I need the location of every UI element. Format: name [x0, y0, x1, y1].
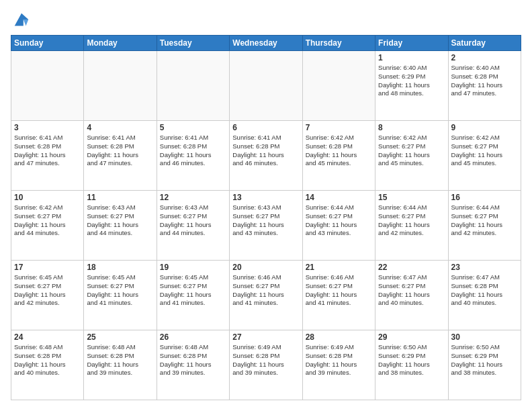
day-number: 16: [451, 193, 518, 202]
calendar-cell: 9Sunrise: 6:42 AM Sunset: 6:27 PM Daylig…: [448, 121, 521, 191]
day-number: 21: [306, 263, 372, 272]
calendar-cell: 6Sunrise: 6:41 AM Sunset: 6:28 PM Daylig…: [230, 121, 302, 191]
logo: [11, 11, 31, 30]
calendar-cell: 3Sunrise: 6:41 AM Sunset: 6:28 PM Daylig…: [11, 121, 84, 191]
header: [11, 11, 521, 30]
calendar-cell: 11Sunrise: 6:43 AM Sunset: 6:27 PM Dayli…: [84, 191, 157, 261]
calendar-header-row: SundayMondayTuesdayWednesdayThursdayFrid…: [11, 36, 521, 51]
calendar-cell: 21Sunrise: 6:46 AM Sunset: 6:27 PM Dayli…: [302, 261, 375, 330]
day-info: Sunrise: 6:44 AM Sunset: 6:27 PM Dayligh…: [451, 203, 518, 238]
day-header-monday: Monday: [84, 36, 157, 51]
day-number: 18: [87, 263, 153, 272]
calendar-week-1: 1Sunrise: 6:40 AM Sunset: 6:29 PM Daylig…: [11, 51, 521, 121]
calendar-cell: 20Sunrise: 6:46 AM Sunset: 6:27 PM Dayli…: [230, 261, 302, 330]
calendar-cell: 12Sunrise: 6:43 AM Sunset: 6:27 PM Dayli…: [157, 191, 229, 261]
day-info: Sunrise: 6:45 AM Sunset: 6:27 PM Dayligh…: [160, 273, 226, 308]
day-info: Sunrise: 6:42 AM Sunset: 6:27 PM Dayligh…: [14, 203, 81, 238]
calendar-week-3: 10Sunrise: 6:42 AM Sunset: 6:27 PM Dayli…: [11, 191, 521, 261]
day-number: 2: [451, 53, 518, 62]
day-number: 22: [378, 263, 445, 272]
day-number: 5: [160, 123, 226, 132]
day-header-friday: Friday: [375, 36, 448, 51]
calendar-cell: 19Sunrise: 6:45 AM Sunset: 6:27 PM Dayli…: [157, 261, 229, 330]
day-number: 25: [87, 332, 153, 342]
day-info: Sunrise: 6:40 AM Sunset: 6:29 PM Dayligh…: [378, 64, 445, 98]
calendar-cell: 4Sunrise: 6:41 AM Sunset: 6:28 PM Daylig…: [84, 121, 157, 191]
calendar-cell: 23Sunrise: 6:47 AM Sunset: 6:28 PM Dayli…: [448, 261, 521, 330]
day-info: Sunrise: 6:42 AM Sunset: 6:27 PM Dayligh…: [378, 134, 445, 168]
calendar-cell: 17Sunrise: 6:45 AM Sunset: 6:27 PM Dayli…: [11, 261, 84, 330]
day-info: Sunrise: 6:41 AM Sunset: 6:28 PM Dayligh…: [160, 134, 226, 168]
calendar-cell: 30Sunrise: 6:50 AM Sunset: 6:29 PM Dayli…: [448, 330, 521, 400]
day-info: Sunrise: 6:41 AM Sunset: 6:28 PM Dayligh…: [14, 134, 81, 168]
svg-marker-1: [24, 19, 28, 26]
day-number: 20: [232, 263, 299, 272]
calendar-cell: 29Sunrise: 6:50 AM Sunset: 6:29 PM Dayli…: [375, 330, 448, 400]
day-number: 17: [14, 263, 81, 272]
day-info: Sunrise: 6:48 AM Sunset: 6:28 PM Dayligh…: [87, 343, 153, 377]
day-number: 29: [378, 332, 445, 342]
day-info: Sunrise: 6:44 AM Sunset: 6:27 PM Dayligh…: [378, 203, 445, 238]
day-info: Sunrise: 6:48 AM Sunset: 6:28 PM Dayligh…: [14, 343, 81, 377]
day-info: Sunrise: 6:50 AM Sunset: 6:29 PM Dayligh…: [451, 343, 518, 377]
calendar-cell: [11, 51, 84, 121]
calendar-cell: 2Sunrise: 6:40 AM Sunset: 6:28 PM Daylig…: [448, 51, 521, 121]
day-info: Sunrise: 6:42 AM Sunset: 6:28 PM Dayligh…: [306, 134, 372, 168]
day-info: Sunrise: 6:41 AM Sunset: 6:28 PM Dayligh…: [232, 134, 299, 168]
day-info: Sunrise: 6:43 AM Sunset: 6:27 PM Dayligh…: [87, 203, 153, 238]
day-number: 12: [160, 193, 226, 202]
day-header-sunday: Sunday: [11, 36, 84, 51]
calendar-table: SundayMondayTuesdayWednesdayThursdayFrid…: [11, 35, 521, 400]
day-number: 15: [378, 193, 445, 202]
day-number: 30: [451, 332, 518, 342]
day-header-tuesday: Tuesday: [157, 36, 229, 51]
calendar-cell: [302, 51, 375, 121]
day-number: 14: [306, 193, 372, 202]
calendar-cell: 10Sunrise: 6:42 AM Sunset: 6:27 PM Dayli…: [11, 191, 84, 261]
day-info: Sunrise: 6:40 AM Sunset: 6:28 PM Dayligh…: [451, 64, 518, 98]
day-info: Sunrise: 6:47 AM Sunset: 6:28 PM Dayligh…: [451, 273, 518, 308]
calendar-cell: 25Sunrise: 6:48 AM Sunset: 6:28 PM Dayli…: [84, 330, 157, 400]
day-header-thursday: Thursday: [302, 36, 375, 51]
day-number: 13: [232, 193, 299, 202]
calendar-cell: 1Sunrise: 6:40 AM Sunset: 6:29 PM Daylig…: [375, 51, 448, 121]
day-header-wednesday: Wednesday: [230, 36, 302, 51]
day-number: 4: [87, 123, 153, 132]
day-number: 28: [306, 332, 372, 342]
day-info: Sunrise: 6:43 AM Sunset: 6:27 PM Dayligh…: [160, 203, 226, 238]
day-info: Sunrise: 6:49 AM Sunset: 6:28 PM Dayligh…: [232, 343, 299, 377]
calendar-cell: 8Sunrise: 6:42 AM Sunset: 6:27 PM Daylig…: [375, 121, 448, 191]
calendar-cell: 27Sunrise: 6:49 AM Sunset: 6:28 PM Dayli…: [230, 330, 302, 400]
day-info: Sunrise: 6:45 AM Sunset: 6:27 PM Dayligh…: [87, 273, 153, 308]
logo-icon: [12, 11, 31, 30]
calendar-cell: [230, 51, 302, 121]
day-info: Sunrise: 6:41 AM Sunset: 6:28 PM Dayligh…: [87, 134, 153, 168]
day-info: Sunrise: 6:47 AM Sunset: 6:27 PM Dayligh…: [378, 273, 445, 308]
day-number: 19: [160, 263, 226, 272]
calendar-week-5: 24Sunrise: 6:48 AM Sunset: 6:28 PM Dayli…: [11, 330, 521, 400]
day-number: 9: [451, 123, 518, 132]
day-number: 7: [306, 123, 372, 132]
calendar-cell: 26Sunrise: 6:48 AM Sunset: 6:28 PM Dayli…: [157, 330, 229, 400]
day-number: 26: [160, 332, 226, 342]
day-info: Sunrise: 6:43 AM Sunset: 6:27 PM Dayligh…: [232, 203, 299, 238]
day-number: 8: [378, 123, 445, 132]
day-info: Sunrise: 6:46 AM Sunset: 6:27 PM Dayligh…: [306, 273, 372, 308]
calendar-cell: 22Sunrise: 6:47 AM Sunset: 6:27 PM Dayli…: [375, 261, 448, 330]
calendar-cell: 24Sunrise: 6:48 AM Sunset: 6:28 PM Dayli…: [11, 330, 84, 400]
calendar-cell: [84, 51, 157, 121]
day-info: Sunrise: 6:49 AM Sunset: 6:28 PM Dayligh…: [306, 343, 372, 377]
day-info: Sunrise: 6:45 AM Sunset: 6:27 PM Dayligh…: [14, 273, 81, 308]
calendar-cell: [157, 51, 229, 121]
day-info: Sunrise: 6:46 AM Sunset: 6:27 PM Dayligh…: [232, 273, 299, 308]
day-number: 10: [14, 193, 81, 202]
calendar-cell: 28Sunrise: 6:49 AM Sunset: 6:28 PM Dayli…: [302, 330, 375, 400]
day-info: Sunrise: 6:44 AM Sunset: 6:27 PM Dayligh…: [306, 203, 372, 238]
day-number: 11: [87, 193, 153, 202]
calendar-cell: 7Sunrise: 6:42 AM Sunset: 6:28 PM Daylig…: [302, 121, 375, 191]
calendar-cell: 14Sunrise: 6:44 AM Sunset: 6:27 PM Dayli…: [302, 191, 375, 261]
day-number: 3: [14, 123, 81, 132]
calendar-week-2: 3Sunrise: 6:41 AM Sunset: 6:28 PM Daylig…: [11, 121, 521, 191]
day-number: 24: [14, 332, 81, 342]
day-number: 23: [451, 263, 518, 272]
